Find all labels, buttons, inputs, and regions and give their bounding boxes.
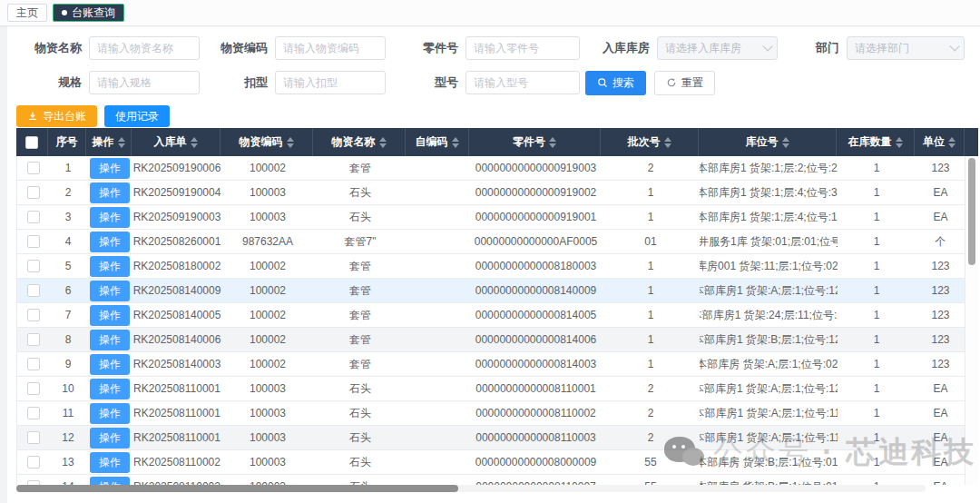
search-button[interactable]: 搜索: [585, 71, 646, 95]
header-part-no[interactable]: 零件号: [469, 128, 601, 156]
row-action-button[interactable]: 操作: [90, 182, 130, 203]
row-action-button[interactable]: 操作: [90, 452, 130, 473]
row-action-button[interactable]: 操作: [90, 207, 130, 228]
header-material-code[interactable]: 物资编码: [220, 128, 313, 156]
ledger-table: 序号 操作 入库单 物资编码 物资名称 自编码 零件号 批次号 库位号 在库数量…: [16, 128, 978, 485]
row-action-button[interactable]: 操作: [90, 232, 130, 252]
row-action-button[interactable]: 操作: [90, 305, 130, 326]
cell-qty: 1: [838, 279, 916, 302]
row-checkbox[interactable]: [27, 382, 40, 395]
header-material-name[interactable]: 物资名称: [313, 128, 406, 156]
cell-batch: 01: [602, 230, 700, 253]
cell-index: 7: [49, 303, 87, 327]
row-action-button[interactable]: 操作: [90, 256, 130, 277]
horizontal-scrollbar-thumb[interactable]: [16, 485, 458, 492]
header-inbound-order[interactable]: 入库单: [132, 128, 220, 156]
row-checkbox-cell: [17, 254, 49, 278]
header-location-no[interactable]: 库位号: [699, 128, 837, 156]
sort-icon[interactable]: [782, 137, 789, 148]
row-action-button[interactable]: 操作: [90, 403, 130, 424]
row-checkbox[interactable]: [27, 431, 40, 444]
cell-action: 操作: [87, 156, 132, 180]
sort-icon[interactable]: [287, 137, 294, 148]
material-code-input[interactable]: 请输入物资编码: [275, 36, 386, 60]
material-name-input[interactable]: 请输入物资名称: [89, 36, 200, 60]
row-checkbox[interactable]: [27, 358, 40, 370]
cell-part: 00000000000000919003: [470, 156, 602, 180]
row-checkbox[interactable]: [27, 284, 40, 297]
vertical-scrollbar-thumb[interactable]: [968, 158, 975, 265]
usage-record-button[interactable]: 使用记录: [104, 105, 170, 127]
row-checkbox-cell: [17, 205, 49, 229]
ledger-query-page: 主页 台账查询 物资名称 请输入物资名称 物资编码 请输入物资编码 零件号 请输…: [0, 0, 980, 503]
tab-ledger-query[interactable]: 台账查询: [53, 4, 124, 22]
row-checkbox[interactable]: [27, 235, 40, 248]
cell-part: 00000000000000814006: [470, 328, 602, 351]
cell-action: 操作: [87, 450, 132, 474]
row-action-button[interactable]: 操作: [90, 379, 130, 399]
row-checkbox[interactable]: [27, 211, 40, 223]
row-action-button[interactable]: 操作: [90, 330, 130, 350]
cell-order: RK202508140006: [132, 328, 221, 351]
cell-name: 石头: [314, 450, 407, 474]
department-select[interactable]: 请选择部门: [847, 36, 965, 60]
cell-qty: 1: [838, 377, 916, 400]
sort-icon[interactable]: [549, 137, 556, 148]
cell-unit: 个: [916, 230, 965, 253]
cell-batch: 2: [602, 377, 700, 400]
cell-qty: 1: [838, 181, 916, 204]
cell-index: 4: [49, 230, 87, 253]
sort-icon[interactable]: [948, 137, 956, 148]
tab-home[interactable]: 主页: [7, 4, 47, 22]
sort-icon[interactable]: [118, 137, 125, 148]
cell-index: 10: [49, 377, 87, 400]
header-custom-code[interactable]: 自编码: [406, 128, 469, 156]
row-checkbox[interactable]: [27, 333, 40, 346]
sort-icon[interactable]: [664, 137, 671, 148]
header-unit[interactable]: 单位: [915, 128, 965, 156]
row-action-button[interactable]: 操作: [90, 281, 130, 301]
row-checkbox[interactable]: [27, 309, 40, 321]
cell-batch: 1: [602, 254, 700, 278]
cell-action: 操作: [87, 230, 132, 253]
sort-icon[interactable]: [896, 137, 903, 148]
header-batch-no[interactable]: 批次号: [601, 128, 699, 156]
export-ledger-button[interactable]: 导出台账: [16, 105, 97, 127]
cell-part: 00000000000000814005: [470, 303, 602, 327]
cell-index: 13: [49, 450, 87, 474]
cell-part: 00000000000008140009: [470, 279, 602, 302]
cell-part: 00000000000008110002: [470, 401, 602, 425]
cell-qty: 1: [838, 475, 916, 485]
row-checkbox[interactable]: [27, 456, 40, 468]
row-checkbox[interactable]: [27, 260, 40, 272]
row-action-button[interactable]: 操作: [90, 477, 130, 486]
row-checkbox-cell: [17, 475, 49, 485]
spec-input[interactable]: 请输入规格: [89, 71, 200, 94]
header-action[interactable]: 操作: [86, 128, 132, 156]
model-input[interactable]: 请输入型号: [466, 71, 580, 94]
cell-unit: EA: [916, 426, 965, 449]
header-index: 序号: [48, 128, 86, 156]
cell-batch: 55: [602, 450, 700, 474]
row-action-button[interactable]: 操作: [90, 158, 130, 179]
cell-location: 油井服务1库 货架:01;层:01;位号...: [700, 230, 838, 253]
row-checkbox[interactable]: [27, 162, 40, 174]
sort-icon[interactable]: [191, 137, 198, 148]
row-action-button[interactable]: 操作: [90, 428, 130, 449]
cell-action: 操作: [87, 279, 132, 302]
reset-button[interactable]: 重置: [654, 71, 715, 95]
part-no-input[interactable]: 请输入零件号: [466, 36, 580, 60]
select-all-checkbox[interactable]: [25, 136, 38, 149]
row-action-button[interactable]: 操作: [90, 354, 130, 375]
row-checkbox[interactable]: [27, 407, 40, 419]
sort-icon[interactable]: [452, 137, 459, 148]
thread-type-input[interactable]: 请输入扣型: [275, 71, 386, 94]
header-stock-qty[interactable]: 在库数量: [837, 128, 915, 156]
cell-batch: 1: [602, 205, 700, 229]
row-checkbox[interactable]: [27, 186, 40, 199]
warehouse-select[interactable]: 请选择入库库房: [657, 36, 778, 60]
select-all-cell: [16, 128, 48, 156]
left-gutter: [0, 26, 7, 503]
sort-icon[interactable]: [379, 137, 387, 148]
active-dot-icon: [62, 10, 67, 15]
